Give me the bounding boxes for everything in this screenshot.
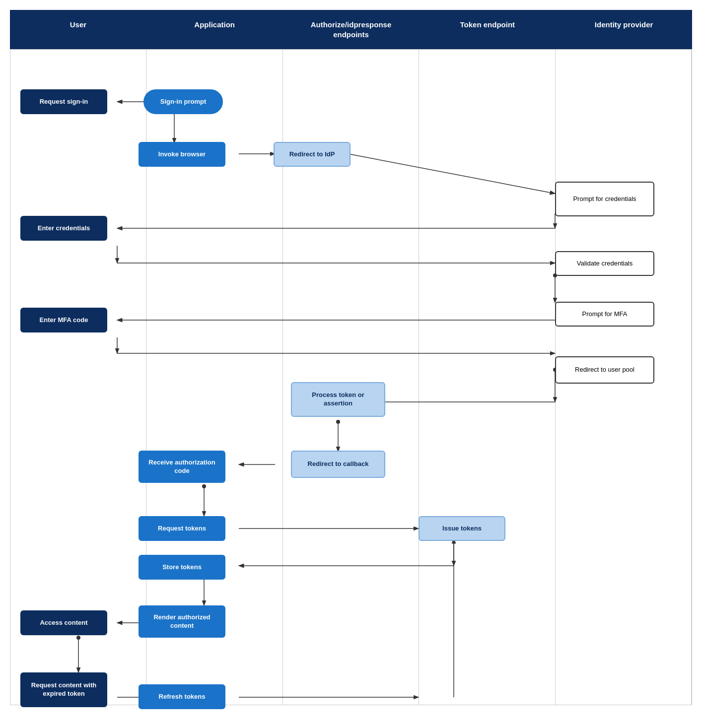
redirect-idp-node: Redirect to IdP <box>274 142 351 167</box>
signin-prompt-node: Sign-in prompt <box>143 89 223 114</box>
redirect-user-pool-node: Redirect to user pool <box>555 356 654 384</box>
diagram-wrapper: User Application Authorize/idpresponse e… <box>0 0 702 725</box>
receive-auth-code-node: Receive authorization code <box>139 451 225 483</box>
validate-credentials-node: Validate credentials <box>555 251 654 276</box>
col-headers: User Application Authorize/idpresponse e… <box>10 10 692 49</box>
lane-user <box>10 50 146 705</box>
invoke-browser-node: Invoke browser <box>139 142 225 167</box>
prompt-mfa-node: Prompt for MFA <box>555 302 654 327</box>
header-idp: Identity provider <box>556 10 692 49</box>
process-token-node: Process token or assertion <box>291 382 385 417</box>
store-tokens-node: Store tokens <box>139 555 225 580</box>
request-expired-node: Request content with expired token <box>20 672 107 707</box>
diagram-area: Request sign-in Sign-in prompt Invoke br… <box>10 49 692 705</box>
enter-credentials-node: Enter credentials <box>20 216 107 241</box>
enter-mfa-node: Enter MFA code <box>20 308 107 332</box>
lane-token <box>419 50 555 705</box>
render-authorized-node: Render authorized content <box>139 605 225 638</box>
request-tokens-node: Request tokens <box>139 516 225 541</box>
header-application: Application <box>146 10 283 49</box>
header-authorize: Authorize/idpresponse endpoints <box>283 10 420 49</box>
issue-tokens-node: Issue tokens <box>419 516 505 541</box>
prompt-credentials-node: Prompt for credentials <box>555 182 654 216</box>
refresh-tokens-node: Refresh tokens <box>139 684 225 709</box>
request-signin-node: Request sign-in <box>20 89 107 114</box>
header-user: User <box>10 10 146 49</box>
redirect-callback-node: Redirect to callback <box>291 451 385 478</box>
header-token: Token endpoint <box>419 10 556 49</box>
access-content-node: Access content <box>20 610 107 635</box>
